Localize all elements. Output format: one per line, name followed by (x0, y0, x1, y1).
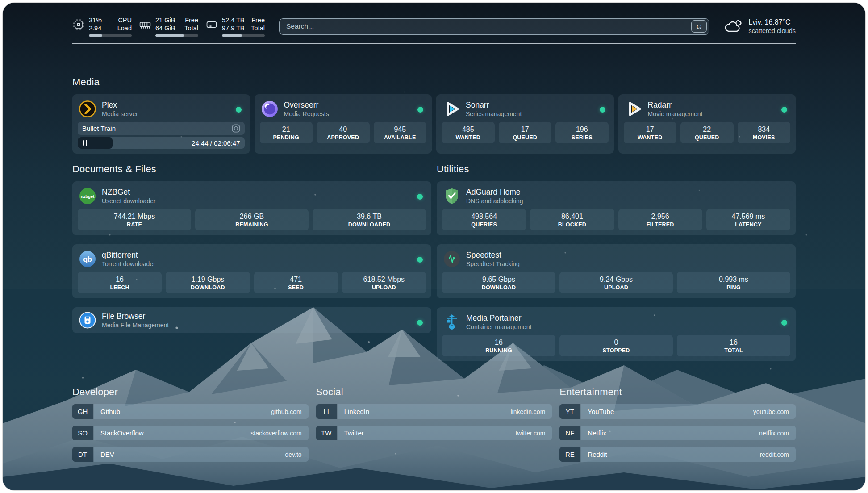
stat-seed: 471 SEED (254, 272, 338, 293)
card-qbittorrent[interactable]: qb qBittorrent Torrent downloader 16 (72, 244, 431, 298)
section-documents: Documents & Files nzbget (72, 163, 431, 333)
bookmark-reddit[interactable]: RE Reddit reddit.com (559, 447, 796, 462)
memory-progress-bar (155, 34, 198, 37)
card-subtitle: Media server (102, 110, 138, 118)
stat-running: 16 RUNNING (442, 335, 555, 356)
card-plex[interactable]: Plex Media server Bullet Train (72, 94, 250, 154)
card-filebrowser[interactable]: File Browser Media File Management (72, 307, 431, 333)
bookmark-label: Netflix (588, 429, 606, 437)
bookmark-label: Twitter (344, 429, 364, 437)
search-input[interactable] (285, 22, 691, 31)
stat-series: 196 SERIES (555, 122, 609, 143)
stat-available: 945 AVAILABLE (374, 122, 427, 143)
cpu-load-value: 2.94 (89, 24, 101, 32)
svg-text:nzbget: nzbget (81, 194, 95, 199)
disk-free-value: 52.4 TB (222, 16, 245, 24)
stat-total: 16 TOTAL (677, 335, 790, 356)
status-dot (417, 320, 423, 326)
top-bar: 31% CPU 2.94 Load (72, 3, 796, 37)
search-provider-button[interactable]: G (691, 20, 707, 33)
now-playing-title: Bullet Train (82, 125, 116, 132)
stat-download: 9.65 Gbps DOWNLOAD (442, 272, 555, 293)
card-subtitle: Container management (466, 323, 531, 331)
bookmark-label: DEV (100, 451, 114, 458)
bookmark-abbr: TW (316, 426, 337, 440)
cpu-usage-value: 31% (89, 16, 102, 24)
qbittorrent-icon: qb (79, 250, 96, 268)
stat-pending: 21 PENDING (260, 122, 313, 143)
bookmark-twitter[interactable]: TW Twitter twitter.com (316, 426, 552, 440)
section-title-entertainment: Entertainment (559, 386, 796, 398)
bookmark-group-social: Social LI LinkedIn linkedin.com TW Twitt… (316, 386, 552, 462)
section-title-documents: Documents & Files (72, 163, 431, 175)
cpu-widget: 31% CPU 2.94 Load (72, 16, 132, 37)
card-nzbget[interactable]: nzbget NZBGet Usenet downloader 744. (72, 181, 431, 235)
section-title-developer: Developer (72, 386, 309, 398)
search-bar[interactable]: G (279, 18, 709, 35)
bookmark-label: StackOverflow (100, 429, 144, 437)
bookmark-url: stackoverflow.com (250, 430, 301, 437)
bookmark-url: dev.to (285, 451, 302, 458)
bookmark-url: twitter.com (515, 430, 545, 437)
card-title: NZBGet (102, 188, 156, 197)
bookmark-linkedin[interactable]: LI LinkedIn linkedin.com (316, 404, 552, 419)
bookmark-abbr: DT (72, 447, 93, 462)
bookmark-group-entertainment: Entertainment YT YouTube youtube.com NF … (559, 386, 796, 462)
stat-movies: 834 MOVIES (738, 122, 791, 143)
stat-queued: 17 QUEUED (499, 122, 552, 143)
card-title: AdGuard Home (466, 188, 523, 197)
card-title: Media Portainer (466, 313, 531, 323)
card-subtitle: Media File Management (102, 322, 169, 329)
status-dot (236, 107, 242, 113)
memory-free-value: 21 GiB (155, 16, 175, 24)
bookmark-stackoverflow[interactable]: SO StackOverflow stackoverflow.com (72, 426, 309, 440)
card-subtitle: Usenet downloader (102, 197, 156, 205)
cloud-icon (724, 18, 743, 34)
playback-time: 24:44 / 02:06:47 (192, 139, 240, 147)
disk-widget: 52.4 TB Free 97.9 TB Total (205, 16, 265, 37)
stat-wanted: 17 WANTED (624, 122, 677, 143)
bookmark-dev[interactable]: DT DEV dev.to (72, 447, 309, 462)
bookmark-github[interactable]: GH Github github.com (72, 404, 309, 419)
bookmark-group-developer: Developer GH Github github.com SO StackO… (72, 386, 309, 462)
section-title-utilities: Utilities (437, 163, 796, 175)
card-title: Speedtest (466, 251, 520, 260)
status-dot (417, 194, 423, 200)
bookmark-abbr: RE (559, 447, 580, 462)
bookmark-url: linkedin.com (511, 408, 546, 415)
radarr-icon (625, 100, 643, 118)
card-overseerr[interactable]: Overseerr Media Requests 21 PENDING 40 A… (255, 94, 432, 154)
bookmark-abbr: YT (559, 404, 580, 419)
stat-stopped: 0 STOPPED (559, 335, 673, 356)
nzbget-icon: nzbget (79, 187, 96, 205)
bookmark-abbr: SO (72, 426, 93, 440)
memory-total-value: 64 GiB (155, 24, 175, 32)
stat-ping: 0.993 ms PING (677, 272, 790, 293)
bookmark-url: netflix.com (759, 430, 789, 437)
card-portainer[interactable]: Media Portainer Container management 16 … (437, 307, 796, 361)
bookmark-youtube[interactable]: YT YouTube youtube.com (559, 404, 796, 419)
card-subtitle: Media Requests (284, 110, 329, 118)
bookmark-netflix[interactable]: NF Netflix netflix.com (559, 426, 796, 440)
card-subtitle: Torrent downloader (102, 260, 155, 268)
card-title: qBittorrent (102, 251, 155, 260)
card-adguard[interactable]: AdGuard Home DNS and adblocking 498,564 … (437, 181, 796, 235)
card-radarr[interactable]: Radarr Movie management 17 WANTED 22 QUE… (618, 94, 796, 154)
card-title: Sonarr (466, 100, 522, 110)
disk-total-label: Total (251, 24, 265, 32)
plex-icon (79, 100, 96, 118)
filebrowser-icon (79, 311, 96, 329)
overseerr-icon (261, 100, 279, 118)
stat-wanted: 485 WANTED (442, 122, 495, 143)
section-title-social: Social (316, 386, 552, 398)
card-sonarr[interactable]: Sonarr Series management 485 WANTED 17 Q… (436, 94, 614, 154)
bookmark-url: reddit.com (760, 451, 789, 458)
memory-icon (139, 18, 151, 31)
playback-progress-bar: 24:44 / 02:06:47 (78, 137, 245, 149)
speedtest-icon (443, 250, 461, 268)
cpu-icon (72, 18, 85, 31)
section-media: Media Plex Media server (72, 76, 796, 154)
media-type-icon (232, 124, 240, 133)
portainer-icon (443, 313, 461, 331)
card-speedtest[interactable]: Speedtest Speedtest Tracking 9.65 Gbps D… (437, 244, 796, 298)
